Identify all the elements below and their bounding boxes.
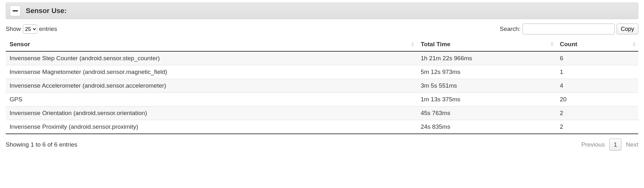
- next-button[interactable]: Next: [626, 141, 638, 148]
- table-row: Invensense Orientation (android.sensor.o…: [6, 106, 638, 120]
- table-row: Invensense Step Counter (android.sensor.…: [6, 51, 638, 65]
- col-header-total-time-label: Total Time: [421, 41, 450, 47]
- table-row: GPS1m 13s 375ms20: [6, 93, 638, 106]
- sensor-table: Sensor Total Time Count Invensense Step …: [6, 38, 638, 134]
- cell-total-time: 1h 21m 22s 966ms: [417, 51, 556, 65]
- right-controls: Search: Copy: [500, 24, 638, 34]
- cell-sensor: Invensense Accelerometer (android.sensor…: [6, 79, 417, 93]
- cell-count: 1: [556, 65, 638, 79]
- length-control: Show 25 entries: [6, 24, 57, 34]
- show-prefix: Show: [6, 25, 21, 33]
- table-body: Invensense Step Counter (android.sensor.…: [6, 51, 638, 134]
- col-header-count[interactable]: Count: [556, 38, 638, 51]
- cell-count: 2: [556, 106, 638, 120]
- search-input[interactable]: [522, 24, 615, 34]
- cell-total-time: 5m 12s 973ms: [417, 65, 556, 79]
- cell-sensor: GPS: [6, 93, 417, 106]
- table-header-row: Sensor Total Time Count: [6, 38, 638, 51]
- sort-icon: [633, 42, 636, 47]
- panel-header: Sensor Use:: [6, 3, 638, 19]
- minus-icon: [13, 10, 18, 11]
- table-row: Invensense Accelerometer (android.sensor…: [6, 79, 638, 93]
- show-suffix: entries: [39, 25, 57, 33]
- cell-total-time: 3m 5s 551ms: [417, 79, 556, 93]
- cell-total-time: 24s 835ms: [417, 120, 556, 134]
- pagination: Previous 1 Next: [581, 139, 638, 151]
- sort-icon: [550, 42, 554, 47]
- copy-button[interactable]: Copy: [617, 24, 638, 34]
- page-number-1[interactable]: 1: [609, 139, 621, 151]
- cell-count: 6: [556, 51, 638, 65]
- collapse-button[interactable]: [10, 5, 21, 16]
- cell-sensor: Invensense Step Counter (android.sensor.…: [6, 51, 417, 65]
- cell-sensor: Invensense Orientation (android.sensor.o…: [6, 106, 417, 120]
- controls-row: Show 25 entries Search: Copy: [6, 24, 638, 34]
- col-header-sensor-label: Sensor: [10, 41, 30, 47]
- cell-count: 20: [556, 93, 638, 106]
- sort-icon: [411, 42, 414, 47]
- search-label: Search:: [500, 25, 520, 33]
- cell-total-time: 1m 13s 375ms: [417, 93, 556, 106]
- cell-count: 4: [556, 79, 638, 93]
- col-header-total-time[interactable]: Total Time: [417, 38, 556, 51]
- cell-count: 2: [556, 120, 638, 134]
- col-header-count-label: Count: [560, 41, 578, 47]
- length-select[interactable]: 25: [23, 24, 37, 34]
- table-info: Showing 1 to 6 of 6 entries: [6, 141, 77, 148]
- table-row: Invensense Magnetometer (android.sensor.…: [6, 65, 638, 79]
- previous-button[interactable]: Previous: [581, 141, 605, 148]
- col-header-sensor[interactable]: Sensor: [6, 38, 417, 51]
- cell-sensor: Invensense Magnetometer (android.sensor.…: [6, 65, 417, 79]
- footer-row: Showing 1 to 6 of 6 entries Previous 1 N…: [6, 139, 638, 151]
- table-row: Invensense Proximity (android.sensor.pro…: [6, 120, 638, 134]
- panel-title: Sensor Use:: [26, 7, 66, 15]
- cell-total-time: 45s 763ms: [417, 106, 556, 120]
- cell-sensor: Invensense Proximity (android.sensor.pro…: [6, 120, 417, 134]
